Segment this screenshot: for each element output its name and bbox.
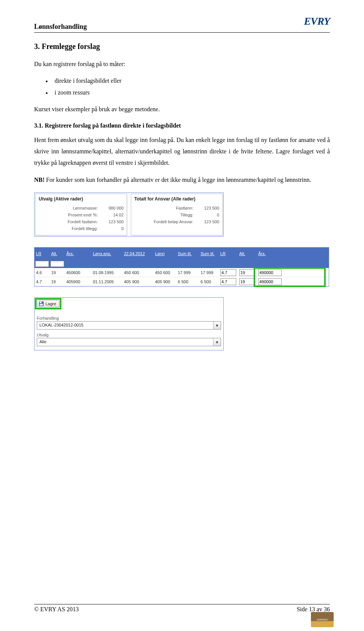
- alt-input[interactable]: [239, 278, 255, 285]
- stat-value: 123 500: [101, 219, 124, 224]
- cell: 19: [50, 270, 65, 275]
- cell: 01.08.1995: [91, 270, 122, 275]
- col-header[interactable]: Lønn: [154, 251, 176, 256]
- body-paragraph-1: Hent frem ønsket utvalg som du skal legg…: [34, 134, 330, 169]
- ars-input[interactable]: [258, 269, 282, 276]
- stat-label: Tillegg:: [134, 213, 196, 217]
- bullet-list: direkte i forslagsbildet eller i zoom re…: [46, 75, 330, 98]
- col-header[interactable]: Års.: [257, 251, 283, 256]
- save-button-label: Lagre: [46, 301, 56, 306]
- col-header[interactable]: Sum til.: [176, 251, 199, 256]
- ars-input[interactable]: [258, 278, 282, 285]
- filter-row: [35, 260, 329, 268]
- col-header[interactable]: Løns.ans.: [91, 251, 122, 256]
- stat-row: Fordelt fastlønn: 123 500: [39, 218, 124, 225]
- cell: 4.6: [35, 270, 50, 275]
- cell: 17 999: [176, 270, 199, 275]
- filter-input-alt[interactable]: [50, 261, 64, 267]
- col-header[interactable]: Års.: [65, 251, 91, 256]
- col-header[interactable]: LR: [219, 251, 238, 256]
- utvalg-field: Utvalg Alle ▼: [37, 333, 221, 346]
- page-footer: © EVRY AS 2013 Side 13 av 36: [34, 604, 330, 613]
- stat-label: Fordelt fastlønn:: [39, 219, 101, 224]
- agresso-badge-label: AGRESSO: [317, 618, 328, 621]
- cell: 01.11.2005: [91, 279, 122, 284]
- filter-input-lr[interactable]: [35, 261, 49, 267]
- stat-value: 980 000: [101, 206, 124, 210]
- dropdown-value: Alle: [37, 338, 213, 346]
- panel-title: Totalt for Ansvar (Alle rader): [134, 196, 219, 202]
- chevron-down-icon: ▼: [213, 322, 221, 329]
- stat-label: Fordelt tillegg:: [39, 226, 101, 231]
- stat-label: Fordelt beløp Ansvar:: [134, 219, 196, 224]
- header-title: Lønnsforhandling: [34, 15, 87, 31]
- cell: 405 900: [122, 279, 154, 284]
- stats-panels: Utvalg (Aktive rader) Lønnsmasse: 980 00…: [34, 192, 224, 237]
- col-header[interactable]: Alt.: [50, 251, 65, 256]
- table-row: 4.7 19 405900 01.11.2005 405 900 405 900…: [35, 277, 329, 286]
- panel-utvalg: Utvalg (Aktive rader) Lønnsmasse: 980 00…: [35, 194, 127, 235]
- stat-value: 0: [101, 226, 124, 231]
- col-header[interactable]: 22.04.2012: [122, 251, 154, 256]
- cell: 450600: [65, 270, 91, 275]
- table-header-row: LR Alt. Års. Løns.ans. 22.04.2012 Lønn S…: [35, 248, 329, 260]
- stat-label: Fastlønn:: [134, 206, 196, 210]
- subsection-heading: 3.1. Registrere forslag på fastlønn dire…: [34, 122, 330, 129]
- utvalg-label: Utvalg: [37, 333, 221, 337]
- stat-row: Fastlønn: 123 500: [134, 205, 219, 211]
- stat-value: 123 500: [196, 206, 219, 210]
- panel-title: Utvalg (Aktive rader): [39, 196, 124, 202]
- cell: 450 600: [154, 270, 176, 275]
- section-heading: 3. Fremlegge forslag: [34, 42, 330, 51]
- nb-text: For kunder som kun forhandler på alterna…: [45, 177, 311, 183]
- table-row: 4.6 19 450600 01.08.1995 450 600 450 600…: [35, 268, 329, 277]
- body-paragraph-2: NB! For kunder som kun forhandler på alt…: [34, 174, 330, 186]
- forhandling-label: Forhandling: [37, 316, 221, 320]
- stat-row: Tillegg: 0: [134, 211, 219, 218]
- svg-rect-1: [40, 302, 42, 303]
- panel-totalt: Totalt for Ansvar (Alle rader) Fastlønn:…: [131, 194, 223, 235]
- save-button[interactable]: Lagre: [37, 300, 60, 308]
- cell: 6 500: [176, 279, 199, 284]
- cell: 17 999: [199, 270, 219, 275]
- chevron-down-icon: ▼: [213, 338, 221, 346]
- col-header[interactable]: Sum til.: [199, 251, 219, 256]
- lr-input[interactable]: [220, 278, 236, 285]
- list-item: i zoom ressurs: [46, 87, 330, 98]
- forhandling-dropdown[interactable]: LOKAL-23042012-0015 ▼: [37, 321, 221, 330]
- cell: 405 900: [154, 279, 176, 284]
- col-header[interactable]: Alt.: [238, 251, 257, 256]
- alt-input[interactable]: [239, 269, 255, 276]
- cell: 6 500: [199, 279, 219, 284]
- lr-input[interactable]: [220, 269, 236, 276]
- data-table: LR Alt. Års. Løns.ans. 22.04.2012 Lønn S…: [34, 247, 329, 287]
- cell: 450 600: [122, 270, 154, 275]
- stat-row: Lønnsmasse: 980 000: [39, 205, 124, 211]
- agresso-badge-icon: AGRESSO: [311, 612, 334, 627]
- stat-value: 0: [196, 213, 219, 217]
- forhandling-field: Forhandling LOKAL-23042012-0015 ▼: [37, 316, 221, 330]
- stat-value: 123 500: [196, 219, 219, 224]
- cell: 405900: [65, 279, 91, 284]
- stat-label: Prosent endr %:: [39, 213, 101, 217]
- svg-rect-3: [42, 302, 42, 303]
- footer-copyright: © EVRY AS 2013: [34, 606, 79, 613]
- intro-text: Du kan registrere forslag på to måter:: [34, 58, 330, 70]
- cell: 19: [50, 279, 65, 284]
- footer-badges: AGRESSO: [311, 612, 334, 627]
- utvalg-dropdown[interactable]: Alle ▼: [37, 338, 221, 346]
- stat-row: Fordelt beløp Ansvar: 123 500: [134, 218, 219, 225]
- intro-text-2: Kurset viser eksempler på bruk av begge …: [34, 104, 330, 115]
- stat-value: 14.02: [101, 213, 124, 217]
- nb-label: NB!: [34, 177, 45, 183]
- cell: 4.7: [35, 279, 50, 284]
- floppy-disk-icon: [39, 301, 44, 306]
- save-form: Lagre Forhandling LOKAL-23042012-0015 ▼ …: [34, 297, 224, 350]
- svg-rect-2: [40, 304, 43, 306]
- stat-row: Prosent endr %: 14.02: [39, 211, 124, 218]
- page-header: Lønnsforhandling EVRY: [34, 15, 330, 33]
- list-item: direkte i forslagsbildet eller: [46, 75, 330, 87]
- dropdown-value: LOKAL-23042012-0015: [37, 322, 213, 329]
- col-header[interactable]: LR: [35, 251, 50, 256]
- stat-row: Fordelt tillegg: 0: [39, 225, 124, 232]
